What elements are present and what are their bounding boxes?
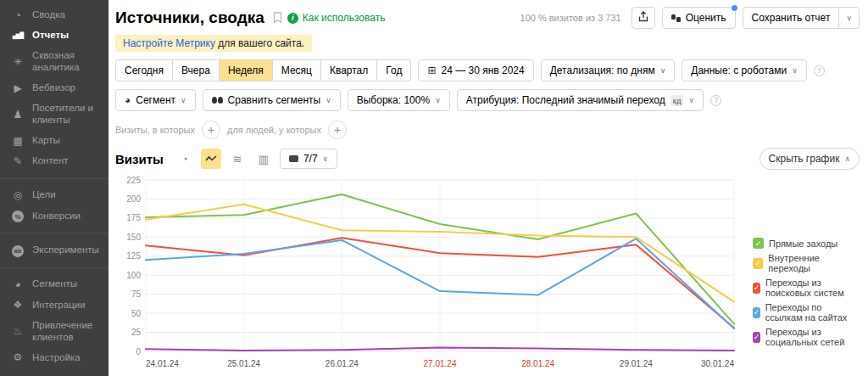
plus-icon: + — [334, 123, 341, 137]
svg-text:225: 225 — [126, 176, 141, 185]
sidebar-item-label: Интеграции — [32, 300, 86, 311]
svg-text:125: 125 — [126, 251, 141, 261]
chevron-down-icon: ∨ — [326, 96, 331, 104]
legend-checkbox[interactable]: ✓ — [753, 258, 763, 269]
sidebar-item-integrations[interactable]: ❖ Интеграции — [0, 295, 108, 315]
info-icon: i — [287, 13, 298, 24]
sidebar-item-label: Вебвизор — [32, 82, 75, 94]
sidebar-item-webvisor[interactable]: ▶ Вебвизор — [0, 78, 108, 98]
rate-button[interactable]: Оценить — [662, 7, 736, 29]
add-people-condition-button[interactable]: + — [328, 121, 347, 139]
flame-icon: ♨ — [11, 325, 25, 337]
legend-item-direct[interactable]: ✓ Прямые заходы — [753, 238, 860, 249]
chevron-down-icon: ∨ — [846, 14, 852, 22]
calendar-icon: ⊞ — [427, 65, 436, 76]
notification-dot — [731, 4, 738, 12]
help-icon[interactable]: ? — [814, 65, 825, 76]
save-report-button[interactable]: Сохранить отчет — [743, 7, 840, 29]
data-mode-dropdown[interactable]: Данные: с роботами ∨ — [682, 59, 807, 81]
annotations-dropdown[interactable]: 7/7 ∨ — [280, 149, 337, 169]
date-range-button[interactable]: ⊞ 24 — 30 янв 2024 — [418, 59, 533, 81]
sidebar-divider — [0, 178, 108, 179]
chevron-down-icon: ∨ — [792, 66, 798, 75]
area-chart-type-button[interactable]: ≋ — [227, 149, 248, 169]
sidebar-item-content[interactable]: ✎ Контент — [0, 151, 108, 171]
sidebar: ◔ Сводка ▄▆█ Отчеты ✳ Сквозная аналитика… — [0, 0, 108, 376]
legend-checkbox[interactable]: ✓ — [753, 238, 764, 249]
visits-chart: 025507510012515017520022524.01.2425.01.2… — [115, 171, 741, 376]
legend-item-site-links[interactable]: ✓ Переходы по ссылкам на сайтах — [753, 302, 860, 323]
svg-text:100: 100 — [126, 271, 141, 280]
chevron-down-icon: ∨ — [323, 154, 329, 163]
svg-text:200: 200 — [126, 194, 141, 204]
chart-title: Визиты — [115, 152, 164, 166]
sidebar-item-label: Посетители и клиенты — [32, 103, 103, 126]
sidebar-item-maps[interactable]: ▦ Карты — [0, 131, 108, 151]
sidebar-item-label: Эксперименты — [32, 244, 99, 256]
bookmark-icon[interactable] — [273, 12, 282, 24]
period-tabs: Сегодня Вчера Неделя Месяц Квартал Год — [115, 59, 411, 81]
sidebar-item-cross-analytics[interactable]: ✳ Сквозная аналитика — [0, 46, 108, 78]
gear-icon: ⚙ — [11, 351, 25, 363]
sidebar-item-label: Карты — [32, 135, 60, 147]
period-tab-month[interactable]: Месяц — [273, 59, 321, 81]
help-icon[interactable]: ? — [710, 95, 721, 106]
chevron-down-icon: ∨ — [660, 66, 666, 75]
sidebar-divider — [0, 267, 108, 268]
hide-chart-button[interactable]: Скрыть график ∧ — [760, 148, 860, 170]
person-icon: ♟ — [11, 109, 25, 121]
gauge-icon: ◔ — [11, 9, 25, 21]
svg-text:150: 150 — [126, 233, 141, 242]
period-tab-today[interactable]: Сегодня — [115, 59, 173, 81]
legend-item-search[interactable]: ✓ Переходы из поисковых систем — [753, 278, 860, 298]
attribution-badge: кд — [670, 95, 684, 106]
annotations-icon — [289, 155, 298, 162]
sidebar-item-reports[interactable]: ▄▆█ Отчеты — [0, 25, 108, 46]
sidebar-item-experiments[interactable]: ab Эксперименты — [0, 239, 108, 261]
sampling-dropdown[interactable]: Выборка: 100% ∨ — [348, 89, 450, 111]
setup-metrika-link[interactable]: Настройте Метрику — [123, 37, 215, 49]
legend-item-internal[interactable]: ✓ Внутренние переходы — [753, 253, 860, 273]
chevron-down-icon: ∨ — [435, 96, 441, 104]
maps-icon: ▦ — [11, 135, 25, 147]
sidebar-item-label: Сегменты — [32, 278, 77, 290]
period-tab-year[interactable]: Год — [377, 59, 411, 81]
sidebar-item-summary[interactable]: ◔ Сводка — [0, 5, 108, 25]
sidebar-item-conversions[interactable]: % Конверсии — [0, 205, 108, 227]
sidebar-item-visitors[interactable]: ♟ Посетители и клиенты — [0, 98, 108, 131]
legend-item-social[interactable]: ✓ Переходы из социальных сетей — [753, 327, 860, 347]
bar-chart-type-button[interactable]: ▥ — [253, 149, 274, 169]
line-chart-type-button[interactable] — [201, 149, 221, 169]
sidebar-item-label: Сквозная аналитика — [32, 50, 103, 74]
legend-checkbox[interactable]: ✓ — [753, 307, 760, 318]
sidebar-item-label: Сводка — [32, 9, 65, 21]
chevron-down-icon: ∨ — [688, 96, 694, 104]
period-tab-week[interactable]: Неделя — [220, 59, 273, 81]
sidebar-item-label: Цели — [32, 189, 56, 201]
detalization-dropdown[interactable]: Детализация: по дням ∨ — [541, 59, 676, 81]
segment-dropdown[interactable]: ◕ Сегмент ∨ — [115, 89, 196, 111]
svg-text:26.01.24: 26.01.24 — [326, 359, 359, 368]
visits-filter-label-1: Визиты, в которых — [115, 125, 195, 135]
attribution-dropdown[interactable]: Атрибуция: Последний значимый переход кд… — [457, 89, 704, 111]
sidebar-item-label: Настройка — [32, 352, 81, 364]
pie-chart-type-button[interactable]: ◔ — [175, 149, 195, 169]
how-to-use-link[interactable]: i Как использовать — [287, 12, 386, 24]
save-report-dropdown-button[interactable]: ∨ — [839, 7, 860, 29]
sidebar-item-label: Привлечение клиентов — [32, 320, 103, 344]
sidebar-item-segments[interactable]: ◕ Сегменты — [0, 274, 108, 295]
compare-segments-dropdown[interactable]: Сравнить сегменты ∨ — [203, 89, 341, 111]
add-visit-condition-button[interactable]: + — [202, 121, 220, 139]
sidebar-item-goals[interactable]: ◎ Цели — [0, 185, 108, 205]
export-button[interactable] — [632, 7, 655, 29]
sidebar-item-attract-clients[interactable]: ♨ Привлечение клиентов — [0, 316, 108, 348]
legend-checkbox[interactable]: ✓ — [753, 332, 760, 343]
period-tab-yesterday[interactable]: Вчера — [173, 59, 220, 81]
cross-analytics-icon: ✳ — [11, 56, 25, 68]
compare-segments-icon — [212, 97, 223, 104]
sidebar-item-settings[interactable]: ⚙ Настройка — [0, 347, 108, 368]
legend-checkbox[interactable]: ✓ — [753, 283, 760, 294]
period-tab-quarter[interactable]: Квартал — [321, 59, 377, 81]
svg-text:25: 25 — [131, 328, 142, 337]
svg-text:24.01.24: 24.01.24 — [146, 359, 179, 368]
